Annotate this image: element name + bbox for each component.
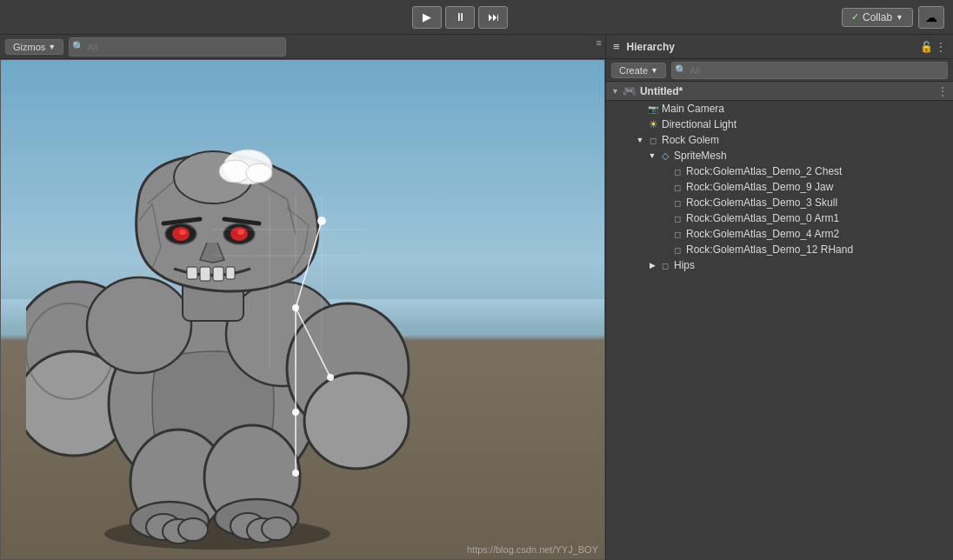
left-toe-3 xyxy=(178,518,208,541)
arm2-icon: ◻ xyxy=(671,228,683,240)
left-shoulder xyxy=(87,277,191,373)
chest-icon: ◻ xyxy=(671,165,683,177)
hips-icon: ◻ xyxy=(659,259,671,271)
hierarchy-item-hips[interactable]: ▶ ◻ Hips xyxy=(606,257,953,273)
hierarchy-item-sprite-mesh[interactable]: ▼ ◇ SpriteMesh xyxy=(606,148,953,163)
cloud-button[interactable]: ☁ xyxy=(918,6,944,29)
sprite-mesh-arrow: ▼ xyxy=(648,151,656,160)
hierarchy-search-icon: 🔍 xyxy=(675,64,687,76)
hierarchy-panel: ≡ Hierarchy 🔓 ⋮ Create ▼ 🔍 ▼ 🎮 xyxy=(605,35,953,560)
hips-label: Hips xyxy=(674,259,695,271)
hierarchy-item-rock-golem[interactable]: ▼ ◻ Rock Golem xyxy=(606,132,953,148)
scene-expand-arrow: ▼ xyxy=(611,87,619,96)
rhand-label: Rock:GolemAtlas_Demo_12 RHand xyxy=(686,243,853,256)
arm1-label: Rock:GolemAtlas_Demo_0 Arm1 xyxy=(686,212,839,224)
hierarchy-panel-controls: 🔓 ⋮ xyxy=(920,41,946,53)
hierarchy-item-directional-light[interactable]: ☀ Directional Light xyxy=(606,117,953,132)
tooth-4 xyxy=(226,267,235,279)
hierarchy-item-rhand[interactable]: ◻ Rock:GolemAtlas_Demo_12 RHand xyxy=(606,242,953,257)
golem-container xyxy=(0,83,605,560)
skull-icon: ◻ xyxy=(671,197,683,209)
hierarchy-item-chest[interactable]: ◻ Rock:GolemAtlas_Demo_2 Chest xyxy=(606,163,953,179)
playmode-controls: ▶ ⏸ ⏭ xyxy=(412,6,508,29)
play-button[interactable]: ▶ xyxy=(412,6,442,29)
rock-golem-label: Rock Golem xyxy=(662,134,719,146)
hierarchy-panel-title: Hierarchy xyxy=(627,41,675,53)
scene-toolbar: Gizmos ▼ 🔍 ≡ xyxy=(0,35,605,59)
right-eye-highlight xyxy=(237,230,244,235)
cloud-icon: ☁ xyxy=(925,10,937,24)
sprite-mesh-label: SpriteMesh xyxy=(674,150,727,162)
pause-icon: ⏸ xyxy=(455,10,466,23)
right-fist xyxy=(304,373,409,469)
collab-button[interactable]: ✓ Collab ▼ xyxy=(842,8,913,27)
pause-button[interactable]: ⏸ xyxy=(445,6,475,29)
collab-label: Collab xyxy=(863,11,892,23)
create-dropdown-icon: ▼ xyxy=(650,66,658,75)
gizmos-dropdown-icon: ▼ xyxy=(48,43,56,51)
chest-label: Rock:GolemAtlas_Demo_2 Chest xyxy=(686,165,842,177)
hierarchy-panel-header: ≡ Hierarchy 🔓 ⋮ xyxy=(606,35,953,59)
step-icon: ⏭ xyxy=(488,10,499,23)
arm1-icon: ◻ xyxy=(671,212,683,224)
scene-background xyxy=(0,59,605,560)
main-area: Gizmos ▼ 🔍 ≡ xyxy=(0,35,953,560)
main-camera-label: Main Camera xyxy=(662,103,724,115)
gizmos-button[interactable]: Gizmos ▼ xyxy=(5,39,63,55)
skull-label: Rock:GolemAtlas_Demo_3 Skull xyxy=(686,197,837,209)
top-toolbar: ▶ ⏸ ⏭ ✓ Collab ▼ ☁ xyxy=(0,0,953,35)
hierarchy-panel-icon: ≡ xyxy=(613,40,620,53)
hierarchy-search-wrapper: 🔍 xyxy=(671,62,948,79)
scene-title: Untitled* xyxy=(640,85,683,97)
rock-golem-arrow: ▼ xyxy=(636,136,644,144)
rig-spine-node xyxy=(292,409,299,416)
tooth-1 xyxy=(187,267,197,279)
hierarchy-item-skull[interactable]: ◻ Rock:GolemAtlas_Demo_3 Skull xyxy=(606,195,953,210)
rhand-icon: ◻ xyxy=(671,243,683,256)
scene-search-magnifier-icon: 🔍 xyxy=(72,41,84,52)
rock-golem-icon: ◻ xyxy=(647,134,659,146)
watermark-text: https://blog.csdn.net/YYJ_BOY xyxy=(467,544,598,555)
directional-light-icon: ☀ xyxy=(647,118,659,130)
tooth-3 xyxy=(213,267,223,281)
gizmos-label: Gizmos xyxy=(13,42,45,52)
right-toe-3 xyxy=(262,517,291,540)
hierarchy-item-arm1[interactable]: ◻ Rock:GolemAtlas_Demo_0 Arm1 xyxy=(606,210,953,226)
hierarchy-content[interactable]: ▼ 🎮 Untitled* ⋮ 📷 Main Camera ☀ Directio… xyxy=(606,82,953,560)
hierarchy-item-jaw[interactable]: ◻ Rock:GolemAtlas_Demo_9 Jaw xyxy=(606,179,953,195)
scene-unity-icon: 🎮 xyxy=(623,84,636,97)
rig-hip-node xyxy=(292,470,299,477)
scene-toolbar-extra: ≡ xyxy=(596,37,602,49)
lock-icon[interactable]: 🔓 xyxy=(920,41,933,53)
hierarchy-search-input[interactable] xyxy=(671,62,948,79)
create-button[interactable]: Create ▼ xyxy=(611,63,666,78)
scene-view[interactable]: Gizmos ▼ 🔍 ≡ xyxy=(0,35,605,560)
scene-search-wrapper: 🔍 xyxy=(69,37,286,57)
hierarchy-item-main-camera[interactable]: 📷 Main Camera xyxy=(606,101,953,117)
tooth-2 xyxy=(200,267,210,281)
cloud-on-head-3 xyxy=(246,163,272,183)
hierarchy-toolbar: Create ▼ 🔍 xyxy=(606,59,953,82)
rig-arm-node xyxy=(327,374,334,381)
arm2-label: Rock:GolemAtlas_Demo_4 Arm2 xyxy=(686,228,839,240)
toolbar-right: ✓ Collab ▼ ☁ xyxy=(842,6,944,29)
play-icon: ▶ xyxy=(423,10,431,23)
scene-header-row[interactable]: ▼ 🎮 Untitled* ⋮ xyxy=(606,82,953,101)
cloud-on-head-2 xyxy=(219,160,250,183)
scene-options-icon[interactable]: ⋮ xyxy=(937,85,948,97)
main-camera-icon: 📷 xyxy=(647,103,659,115)
scene-search-input[interactable] xyxy=(69,37,286,57)
rock-golem-svg xyxy=(26,108,478,560)
jaw-icon: ◻ xyxy=(671,181,683,193)
collab-dropdown-icon: ▼ xyxy=(896,13,903,22)
sprite-mesh-icon: ◇ xyxy=(659,150,671,162)
directional-light-label: Directional Light xyxy=(662,118,736,130)
left-eye-highlight xyxy=(179,230,186,235)
step-button[interactable]: ⏭ xyxy=(478,6,508,29)
create-label: Create xyxy=(619,65,648,76)
panel-menu-icon[interactable]: ⋮ xyxy=(936,41,946,53)
hierarchy-item-arm2[interactable]: ◻ Rock:GolemAtlas_Demo_4 Arm2 xyxy=(606,226,953,242)
scene-panel-options: ≡ xyxy=(596,37,602,48)
collab-check-icon: ✓ xyxy=(851,11,859,23)
jaw-label: Rock:GolemAtlas_Demo_9 Jaw xyxy=(686,181,833,193)
